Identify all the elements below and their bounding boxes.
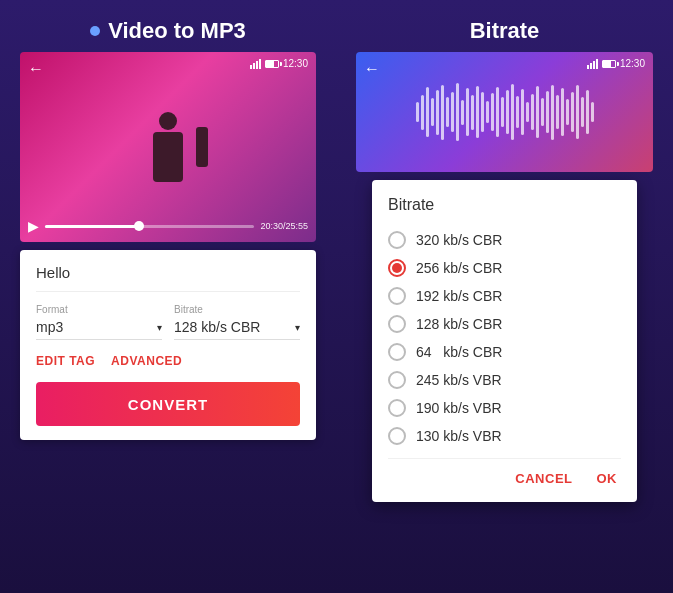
video-silhouette [138,112,198,212]
play-button[interactable]: ▶ [28,218,39,234]
bitrate-arrow-icon: ▾ [295,322,300,333]
status-bar-right: 12:30 [587,58,645,69]
radio-button-0[interactable] [388,231,406,249]
bitrate-option-label-7: 130 kb/s VBR [416,428,502,444]
signal-icon-right [587,59,598,69]
bitrate-option-label-0: 320 kb/s CBR [416,232,502,248]
play-controls: ▶ 20:30/25:55 [28,218,308,234]
card-actions: EDIT TAG ADVANCED [36,354,300,368]
right-panel-title: Bitrate [470,18,540,44]
format-label: Format [36,304,162,315]
left-panel-title: Video to MP3 [90,18,246,44]
bitrate-option-label-3: 128 kb/s CBR [416,316,502,332]
status-bar-left: 12:30 [250,58,308,69]
format-bitrate-row: Format mp3 ▾ Bitrate 128 kb/s CBR ▾ [36,304,300,340]
battery-icon-right [602,60,616,68]
edit-tag-button[interactable]: EDIT TAG [36,354,95,368]
convert-button[interactable]: CONVERT [36,382,300,426]
format-select[interactable]: mp3 ▾ [36,319,162,340]
signal-icon [250,59,261,69]
bitrate-option-label-5: 245 kb/s VBR [416,372,502,388]
bitrate-dropdown-group: Bitrate 128 kb/s CBR ▾ [174,304,300,340]
back-button-right[interactable]: ← [364,60,380,78]
radio-button-6[interactable] [388,399,406,417]
cancel-button[interactable]: CANCEL [511,467,576,490]
ok-button[interactable]: OK [593,467,622,490]
radio-button-7[interactable] [388,427,406,445]
bitrate-option-6[interactable]: 190 kb/s VBR [388,394,621,422]
video-player[interactable]: 12:30 ← ▶ 20:30/25:55 [20,52,316,242]
radio-button-4[interactable] [388,343,406,361]
radio-button-2[interactable] [388,287,406,305]
format-arrow-icon: ▾ [157,322,162,333]
bitrate-value: 128 kb/s CBR [174,319,291,335]
bitrate-option-label-6: 190 kb/s VBR [416,400,502,416]
back-button-video[interactable]: ← [28,60,44,78]
radio-button-5[interactable] [388,371,406,389]
bitrate-option-3[interactable]: 128 kb/s CBR [388,310,621,338]
bitrate-option-label-4: 64 kb/s CBR [416,344,502,360]
left-panel: Video to MP3 12:30 ← ▶ [0,0,336,593]
filename-text: Hello [36,264,300,292]
right-panel: Bitrate 12:30 ← [336,0,673,593]
radio-button-3[interactable] [388,315,406,333]
audio-visualizer: 12:30 ← [356,52,653,172]
advanced-button[interactable]: ADVANCED [111,354,182,368]
dialog-actions: CANCEL OK [388,458,621,494]
bitrate-option-1[interactable]: 256 kb/s CBR [388,254,621,282]
waveform-display [416,82,594,142]
bitrate-option-5[interactable]: 245 kb/s VBR [388,366,621,394]
bitrate-option-2[interactable]: 192 kb/s CBR [388,282,621,310]
bitrate-option-label-1: 256 kb/s CBR [416,260,502,276]
bitrate-select[interactable]: 128 kb/s CBR ▾ [174,319,300,340]
format-value: mp3 [36,319,153,335]
time-display: 20:30/25:55 [260,221,308,231]
format-dropdown-group: Format mp3 ▾ [36,304,162,340]
music-dot-icon [90,26,100,36]
radio-button-1[interactable] [388,259,406,277]
bitrate-option-0[interactable]: 320 kb/s CBR [388,226,621,254]
battery-icon [265,60,279,68]
bitrate-label: Bitrate [174,304,300,315]
dialog-title: Bitrate [388,196,621,214]
bitrate-option-7[interactable]: 130 kb/s VBR [388,422,621,450]
bitrate-option-label-2: 192 kb/s CBR [416,288,502,304]
progress-bar[interactable] [45,225,254,228]
bitrate-dialog: Bitrate 320 kb/s CBR 256 kb/s CBR 192 kb… [372,180,637,502]
conversion-card: Hello Format mp3 ▾ Bitrate 128 kb/s CBR … [20,250,316,440]
bitrate-option-4[interactable]: 64 kb/s CBR [388,338,621,366]
